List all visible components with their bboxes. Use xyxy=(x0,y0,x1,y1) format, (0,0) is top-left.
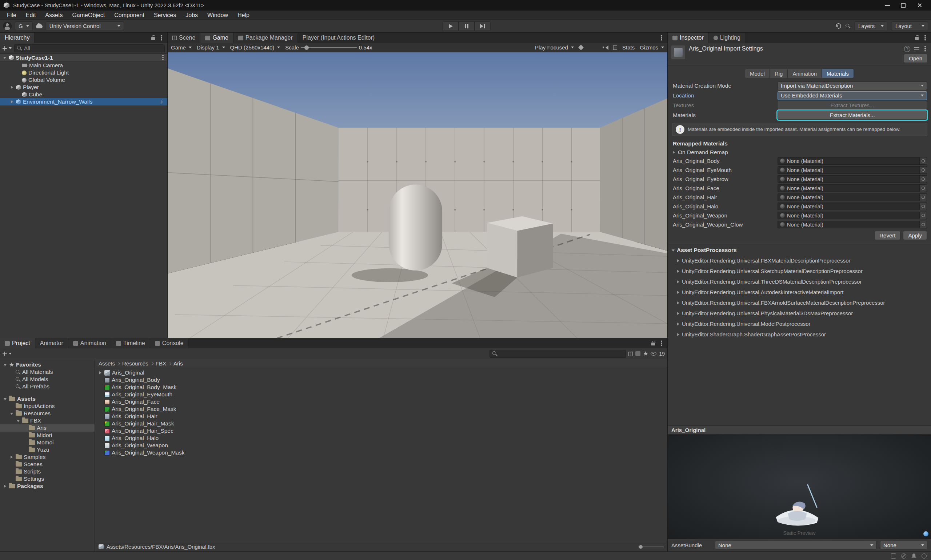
foldout-closed-icon[interactable] xyxy=(3,484,7,489)
object-picker-icon[interactable] xyxy=(919,185,926,192)
material-object-field[interactable]: None (Material) xyxy=(777,194,927,201)
step-button[interactable] xyxy=(475,22,491,31)
game-view-mode-dropdown[interactable]: Game xyxy=(171,45,192,51)
hierarchy-item-main-camera[interactable]: Main Camera xyxy=(0,62,167,69)
tree-item-midori[interactable]: Midori xyxy=(0,432,95,439)
tree-item-fbx[interactable]: FBX xyxy=(0,417,95,425)
chevron-down-icon[interactable] xyxy=(9,47,12,49)
version-control-dropdown[interactable]: Unity Version Control xyxy=(46,22,124,31)
file-row[interactable]: Aris_Original_Hair_Mask xyxy=(98,420,667,427)
zoom-slider-knob[interactable] xyxy=(639,545,643,549)
postprocessor-row[interactable]: UnityEditor.Rendering.Universal.Sketchup… xyxy=(668,266,931,276)
chevron-down-icon[interactable] xyxy=(9,353,12,355)
postprocessor-row[interactable]: UnityEditor.Rendering.Universal.Physical… xyxy=(668,308,931,318)
tree-item-settings[interactable]: Settings xyxy=(0,475,95,483)
foldout-closed-icon[interactable] xyxy=(98,371,103,375)
tree-item-momoi[interactable]: Momoi xyxy=(0,439,95,446)
material-creation-mode-dropdown[interactable]: Import via MaterialDescription xyxy=(777,82,927,90)
import-tab-animation[interactable]: Animation xyxy=(788,69,822,78)
file-row[interactable]: Aris_Original_Face xyxy=(98,398,667,405)
lock-icon[interactable] xyxy=(915,37,919,40)
foldout-open-icon[interactable] xyxy=(3,363,7,367)
apply-button[interactable]: Apply xyxy=(903,231,927,240)
favorites-header[interactable]: Favorites xyxy=(0,361,95,368)
tree-item-resources[interactable]: Resources xyxy=(0,410,95,417)
kebab-menu-icon[interactable] xyxy=(661,343,662,344)
revert-button[interactable]: Revert xyxy=(874,231,900,240)
display-dropdown[interactable]: Display 1 xyxy=(197,45,225,51)
postprocessor-row[interactable]: UnityEditor.Rendering.Universal.FBXArnol… xyxy=(668,297,931,308)
menu-component[interactable]: Component xyxy=(109,11,149,20)
open-prefab-chevron-icon[interactable] xyxy=(159,100,163,104)
object-picker-icon[interactable] xyxy=(919,175,926,183)
tree-item-samples[interactable]: Samples xyxy=(0,454,95,461)
help-icon[interactable]: ? xyxy=(904,46,910,52)
favorites-star-icon[interactable] xyxy=(643,351,648,356)
on-demand-remap-foldout[interactable]: On Demand Remap xyxy=(668,148,931,156)
object-picker-icon[interactable] xyxy=(919,203,926,210)
file-aris-original[interactable]: Aris_Original xyxy=(98,369,667,376)
play-button[interactable] xyxy=(443,22,459,31)
console-status-icon[interactable] xyxy=(891,554,896,558)
kebab-menu-icon[interactable] xyxy=(161,37,162,38)
favorite-all-materials[interactable]: All Materials xyxy=(0,368,95,375)
object-picker-icon[interactable] xyxy=(919,194,926,201)
file-row[interactable]: Aris_Original_Body_Mask xyxy=(98,384,667,391)
hierarchy-item-directional-light[interactable]: Directional Light xyxy=(0,69,167,76)
object-picker-icon[interactable] xyxy=(919,212,926,219)
import-tab-model[interactable]: Model xyxy=(745,69,770,78)
material-object-field[interactable]: None (Material) xyxy=(777,157,927,165)
tree-item-packages[interactable]: Packages xyxy=(0,483,95,490)
file-row[interactable]: Aris_Original_Body xyxy=(98,376,667,384)
layers-dropdown[interactable]: Layers xyxy=(855,22,887,31)
foldout-closed-icon[interactable] xyxy=(9,85,14,90)
foldout-open-icon[interactable] xyxy=(9,411,14,416)
file-row[interactable]: Aris_Original_Hair xyxy=(98,413,667,420)
breadcrumb-segment[interactable]: Assets xyxy=(98,360,115,366)
import-tab-rig[interactable]: Rig xyxy=(770,69,788,78)
resolution-dropdown[interactable]: QHD (2560x1440) xyxy=(230,45,280,51)
visible-items-eye-icon[interactable] xyxy=(651,352,656,355)
create-asset-button[interactable] xyxy=(3,352,7,356)
account-dropdown[interactable]: G xyxy=(15,22,33,31)
tab-animator[interactable]: Animator xyxy=(35,338,68,348)
tree-item-scenes[interactable]: Scenes xyxy=(0,461,95,468)
layout-dropdown[interactable]: Layout xyxy=(892,22,928,31)
menu-edit[interactable]: Edit xyxy=(21,11,41,20)
postprocessors-foldout[interactable]: Asset PostProcessors xyxy=(668,245,931,255)
lock-icon[interactable] xyxy=(151,37,155,40)
kebab-menu-icon[interactable] xyxy=(661,37,662,38)
vsync-grid-icon[interactable] xyxy=(613,45,617,50)
foldout-open-icon[interactable] xyxy=(3,397,7,402)
menu-file[interactable]: File xyxy=(2,11,21,20)
foldout-closed-icon[interactable] xyxy=(9,100,14,105)
scale-slider-knob[interactable] xyxy=(305,45,309,50)
tree-item-yuzu[interactable]: Yuzu xyxy=(0,446,95,454)
file-row[interactable]: Aris_Original_EyeMouth xyxy=(98,391,667,398)
material-object-field[interactable]: None (Material) xyxy=(777,212,927,219)
tab-game[interactable]: Game xyxy=(200,33,234,43)
material-object-field[interactable]: None (Material) xyxy=(777,185,927,192)
material-object-field[interactable]: None (Material) xyxy=(777,221,927,228)
extract-materials-button[interactable]: Extract Materials... xyxy=(777,111,927,120)
favorite-all-models[interactable]: All Models xyxy=(0,375,95,383)
postprocessor-row[interactable]: UnityEditor.ShaderGraph.ShaderGraphAsset… xyxy=(668,329,931,340)
file-row[interactable]: Aris_Original_Face_Mask xyxy=(98,405,667,413)
search-by-type-icon[interactable] xyxy=(628,352,633,356)
postprocessor-row[interactable]: UnityEditor.Rendering.Universal.FBXMater… xyxy=(668,255,931,266)
hierarchy-search-input[interactable]: All xyxy=(14,45,165,52)
postprocessor-row[interactable]: UnityEditor.Rendering.Universal.ThreeDSM… xyxy=(668,276,931,287)
close-button[interactable] xyxy=(911,0,927,11)
file-row[interactable]: Aris_Original_Halo xyxy=(98,435,667,442)
tab-scene[interactable]: Scene xyxy=(168,33,200,43)
project-search-input[interactable] xyxy=(489,350,626,358)
thumbnail-zoom-slider[interactable] xyxy=(638,546,664,547)
kebab-menu-icon[interactable] xyxy=(162,57,164,58)
favorite-all-prefabs[interactable]: All Prefabs xyxy=(0,383,95,390)
hierarchy-item-player[interactable]: Player xyxy=(0,84,167,91)
notification-bell-icon[interactable] xyxy=(911,554,916,558)
assetbundle-variant-dropdown[interactable]: None xyxy=(880,541,927,549)
asset-preview[interactable]: Static Preview xyxy=(668,435,931,539)
material-object-field[interactable]: None (Material) xyxy=(777,166,927,174)
preset-icon[interactable] xyxy=(914,46,919,51)
